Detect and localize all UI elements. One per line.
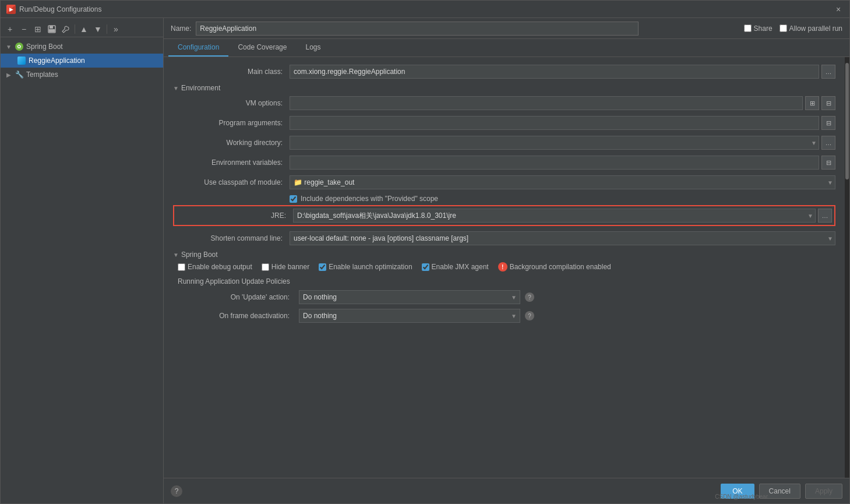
right-panel: Name: Share Allow parallel run Configu [164,18,849,503]
enable-debug-text: Enable debug output [188,263,252,271]
tab-code-coverage[interactable]: Code Coverage [228,39,296,57]
hide-banner-checkbox[interactable] [262,263,269,271]
vm-options-label: VM options: [173,99,290,107]
enable-launch-label[interactable]: Enable launch optimization [319,263,412,271]
remove-config-button[interactable]: − [17,23,30,36]
parallel-checkbox-label[interactable]: Allow parallel run [780,24,842,33]
update-action-select[interactable]: Do nothing Update classes and resources … [299,290,520,304]
program-args-expand-btn[interactable]: ⊟ [821,116,835,130]
frame-deactivation-select[interactable]: Do nothing Update classes and resources … [299,309,520,323]
enable-debug-checkbox[interactable] [178,263,185,271]
jre-label: JRE: [177,212,293,220]
enable-debug-label[interactable]: Enable debug output [178,263,252,271]
jre-select[interactable]: D:\bigdata_soft\java相关\java\Java\jdk1.8.… [293,209,816,223]
templates-wrench-icon: 🔧 [15,71,23,79]
vm-options-row: VM options: ⊞ ⊟ [173,96,835,111]
sidebar-item-reggie[interactable]: ReggieApplication [1,54,163,68]
spring-section-arrow: ▼ [173,252,179,258]
program-args-input[interactable] [290,116,819,130]
more-button[interactable]: » [110,23,122,36]
move-up-button[interactable]: ▲ [77,23,90,36]
use-classpath-row: Use classpath of module: 📁 reggie_take_o… [173,175,835,190]
parallel-checkbox[interactable] [780,24,787,32]
top-bar: Name: Share Allow parallel run [164,18,849,39]
jre-control: D:\bigdata_soft\java相关\java\Java\jdk1.8.… [293,209,832,223]
include-deps-row: Include dependencies with "Provided" sco… [173,195,835,203]
spring-boot-label: Spring Boot [26,43,63,51]
frame-deactivation-label: On frame deactivation: [178,312,294,320]
env-vars-control: ⊟ [290,156,835,170]
bottom-left: ? [171,485,182,497]
share-checkbox[interactable] [744,24,752,32]
spring-boot-section: ▼ Spring Boot Enable debug output Hide b… [173,251,835,323]
env-vars-input[interactable] [290,156,819,170]
main-class-input[interactable] [290,65,819,79]
working-dir-select-wrapper: ▼ [290,136,819,150]
sidebar-item-spring-boot[interactable]: ▼ ✿ Spring Boot [1,40,163,54]
frame-deactivation-help-icon[interactable]: ? [525,311,534,320]
title-bar-left: ▶ Run/Debug Configurations [6,5,101,14]
sidebar-tree: ▼ ✿ Spring Boot ReggieApplication ▶ [1,37,163,501]
vm-expand-btn[interactable]: ⊞ [805,96,819,110]
svg-rect-2 [49,29,55,32]
name-input[interactable] [196,22,639,36]
tab-logs[interactable]: Logs [296,39,330,57]
run-debug-dialog: ▶ Run/Debug Configurations × + − ⊞ ▲ ▼ [0,0,850,504]
scrollbar-thumb[interactable] [845,63,849,179]
use-classpath-label: Use classpath of module: [173,178,290,186]
jre-browse-btn[interactable]: … [818,209,832,223]
main-class-browse-btn[interactable]: … [821,65,835,79]
config-panel: Main class: … ▼ Environment VM options: [164,57,845,478]
wrench-button[interactable] [59,23,72,36]
name-label: Name: [171,24,191,33]
copy-config-button[interactable]: ⊞ [31,23,44,36]
jre-row-highlighted: JRE: D:\bigdata_soft\java相关\java\Java\jd… [173,205,835,226]
env-vars-browse-btn[interactable]: ⊟ [821,156,835,170]
enable-jmx-checkbox[interactable] [422,263,429,271]
move-down-button[interactable]: ▼ [91,23,104,36]
update-action-help-icon[interactable]: ? [525,292,534,302]
spring-boot-icon: ✿ [15,43,23,51]
close-button[interactable]: × [833,4,844,15]
environment-section-header: ▼ Environment [173,84,835,92]
working-dir-browse-btn[interactable]: … [821,136,835,150]
working-dir-control: ▼ … [290,136,835,150]
vm-options-input[interactable] [290,96,803,110]
templates-label: Templates [26,71,58,79]
env-vars-row: Environment variables: ⊟ [173,155,835,170]
working-dir-row: Working directory: ▼ … [173,135,835,150]
name-row: Name: [171,22,639,36]
shorten-cmd-label: Shorten command line: [173,234,290,242]
share-label: Share [754,24,773,33]
enable-launch-text: Enable launch optimization [329,263,412,271]
save-config-button[interactable] [45,23,58,36]
sidebar-item-templates[interactable]: ▶ 🔧 Templates [1,68,163,82]
help-button[interactable]: ? [171,485,182,497]
share-checkbox-label[interactable]: Share [744,24,773,33]
shorten-cmd-select[interactable]: user-local default: none - java [options… [290,231,835,245]
enable-jmx-label[interactable]: Enable JMX agent [422,263,489,271]
enable-jmx-text: Enable JMX agent [432,263,489,271]
toolbar-separator [75,24,75,34]
tab-configuration[interactable]: Configuration [168,39,228,57]
vm-browse-btn[interactable]: ⊟ [821,96,835,110]
program-args-label: Program arguments: [173,119,290,127]
reggie-label: ReggieApplication [29,57,85,65]
sidebar-toolbar: + − ⊞ ▲ ▼ » [1,21,163,37]
program-args-row: Program arguments: ⊟ [173,115,835,131]
add-config-button[interactable]: + [3,23,16,36]
working-dir-input[interactable] [290,136,819,150]
frame-deactivation-row: On frame deactivation: Do nothing Update… [178,309,835,323]
main-class-control: … [290,65,835,79]
reggie-app-icon [17,57,26,65]
allow-parallel-label: Allow parallel run [789,24,842,33]
include-deps-checkbox[interactable] [290,195,297,203]
scrollbar-track[interactable] [845,57,849,478]
hide-banner-label[interactable]: Hide banner [262,263,309,271]
enable-launch-checkbox[interactable] [319,263,326,271]
env-vars-label: Environment variables: [173,158,290,167]
classpath-select[interactable]: 📁 reggie_take_out [290,175,835,189]
running-policies-section: Running Application Update Policies On '… [173,277,835,323]
apply-button[interactable]: Apply [805,484,842,499]
dialog-title: Run/Debug Configurations [19,5,101,13]
